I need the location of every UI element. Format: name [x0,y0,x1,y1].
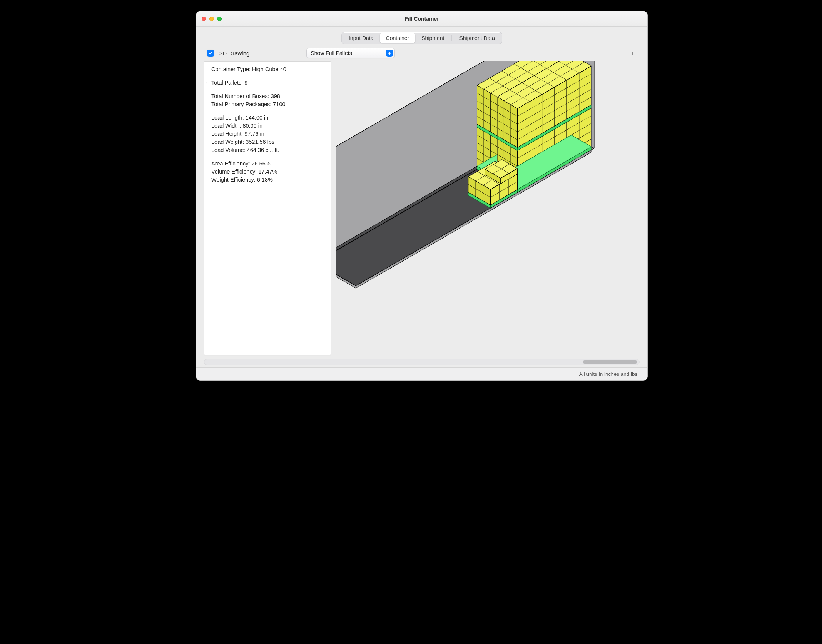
titlebar: Fill Container [196,11,647,27]
load-width-label: Load Width: [211,122,241,130]
total-primary-value: 7100 [273,100,285,108]
tab-input-data[interactable]: Input Data [342,33,380,43]
toolbar: 3D Drawing Show Full Pallets 1 [196,48,647,61]
minimize-icon[interactable] [209,17,214,21]
load-volume-label: Load Volume: [211,146,246,154]
close-icon[interactable] [202,17,206,21]
zoom-icon[interactable] [217,17,222,21]
units-note: All units in inches and lbs. [579,371,639,377]
info-panel: Container Type: High Cube 40 › Total Pal… [204,61,331,355]
total-pallets-label: Total Pallets: [211,79,243,87]
tab-divider [451,35,452,41]
area-eff-value: 26.56% [251,160,270,168]
total-primary-label: Total Primary Packages: [211,100,271,108]
window-controls [202,17,222,21]
segmented-tabs: Input Data Container Shipment Shipment D… [341,32,502,44]
chevron-right-icon[interactable]: › [205,79,209,87]
wt-eff-value: 6.18% [257,176,273,184]
content-area: Container Type: High Cube 40 › Total Pal… [196,61,647,359]
drawing-checkbox[interactable] [207,50,214,57]
load-volume-value: 464.36 cu. ft. [247,146,279,154]
dropdown-selected: Show Full Pallets [311,50,352,56]
container-3d-view[interactable] [336,61,640,355]
wt-eff-label: Weight Efficiency: [211,176,256,184]
container-type-value: High Cube 40 [252,65,286,73]
container-index: 1 [631,50,637,57]
total-boxes-label: Total Number of Boxes: [211,92,269,100]
load-height-label: Load Height: [211,130,243,138]
tab-shipment-data[interactable]: Shipment Data [453,33,501,43]
area-eff-label: Area Efficiency: [211,160,250,168]
drawing-checkbox-label: 3D Drawing [219,50,249,57]
vol-eff-value: 17.47% [258,168,277,176]
pallet-view-dropdown[interactable]: Show Full Pallets [306,48,395,58]
tab-bar: Input Data Container Shipment Shipment D… [196,27,647,48]
load-weight-value: 3521.56 lbs [246,138,274,146]
footer: All units in inches and lbs. [196,367,647,380]
load-length-value: 144.00 in [246,114,269,122]
load-weight-label: Load Weight: [211,138,244,146]
scrollbar-thumb[interactable] [583,360,637,364]
load-length-label: Load Length: [211,114,244,122]
load-width-value: 80.00 in [242,122,262,130]
dropdown-stepper-icon [386,50,393,57]
tab-container[interactable]: Container [380,33,416,43]
app-window: Fill Container Input Data Container Ship… [196,11,648,381]
window-title: Fill Container [196,16,647,22]
load-height-value: 97.76 in [244,130,264,138]
total-pallets-value: 9 [244,79,247,87]
container-type-label: Container Type: [211,65,251,73]
vol-eff-label: Volume Efficiency: [211,168,257,176]
total-boxes-value: 398 [271,92,280,100]
tab-shipment[interactable]: Shipment [415,33,450,43]
check-icon [208,51,213,55]
horizontal-scrollbar[interactable] [204,359,640,365]
